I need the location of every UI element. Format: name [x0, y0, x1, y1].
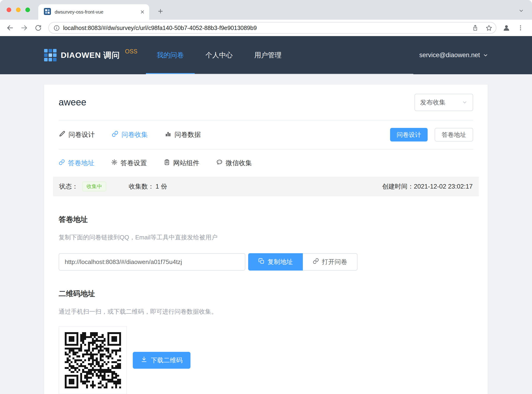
- tab-list-chevron-icon[interactable]: [516, 6, 526, 16]
- browser-tab-strip: dwsurvey-oss-front-vue: [0, 0, 532, 20]
- subtab-answer-address[interactable]: 答卷地址: [59, 159, 94, 167]
- answer-link-row: 复制地址 打开问卷: [59, 253, 473, 270]
- survey-title: aweee: [59, 97, 86, 108]
- app-header: DIAOWEN 调问 OSS 我的问卷 个人中心 用户管理 service@di…: [0, 36, 532, 74]
- page-info-icon[interactable]: [53, 25, 60, 31]
- download-qrcode-button[interactable]: 下载二维码: [133, 352, 191, 369]
- status-label: 状态：: [59, 182, 78, 191]
- header-actions: 问卷设计 答卷地址: [390, 128, 473, 141]
- profile-avatar-icon[interactable]: [500, 21, 513, 34]
- subtab-site-widget[interactable]: 网站组件: [164, 159, 199, 167]
- collect-subtabs: 答卷地址 答卷设置 网站组件: [59, 149, 473, 177]
- answer-link-input[interactable]: [59, 253, 245, 270]
- chevron-down-icon: [483, 52, 488, 58]
- url-text: localhost:8083/#/dw/survey/c/url/c98fa14…: [63, 25, 467, 31]
- pencil-icon: [59, 130, 65, 139]
- collect-count-label: 收集数：: [129, 182, 154, 191]
- nav-item-personal-center[interactable]: 个人中心: [195, 36, 244, 74]
- fullscreen-window-button[interactable]: [25, 7, 30, 12]
- qrcode-row: 下载二维码: [59, 326, 473, 394]
- subtab-wechat-collect[interactable]: 微信收集: [216, 159, 252, 167]
- answer-address-description: 复制下面的问卷链接到QQ，Email等工具中直接发给被用户: [59, 233, 473, 242]
- bar-chart-icon: [165, 130, 171, 139]
- browser-toolbar: localhost:8083/#/dw/survey/c/url/c98fa14…: [0, 20, 532, 36]
- qr-code-image: [65, 332, 121, 388]
- tab-favicon-icon: [44, 8, 51, 16]
- answer-address-heading: 答卷地址: [59, 215, 473, 224]
- created-time-value: 2021-12-02 23:02:17: [414, 183, 473, 190]
- survey-card: aweee 发布收集 问卷设计: [44, 85, 488, 394]
- created-time: 创建时间：2021-12-02 23:02:17: [382, 182, 473, 191]
- status-bar: 状态： 收集中 收集数： 1 份 创建时间：2021-12-02 23:02:1…: [53, 177, 479, 196]
- close-window-button[interactable]: [7, 7, 11, 12]
- survey-design-button[interactable]: 问卷设计: [390, 128, 428, 141]
- nav-item-user-management[interactable]: 用户管理: [244, 36, 292, 74]
- status-badge: 收集中: [82, 181, 106, 191]
- back-button[interactable]: [4, 21, 16, 34]
- survey-tabs: 问卷设计 问卷收集 问卷数据 问卷设计 答卷地址: [59, 120, 473, 149]
- open-survey-button[interactable]: 打开问卷: [303, 253, 357, 270]
- link-button-group: 复制地址 打开问卷: [248, 253, 357, 270]
- window-controls: [7, 0, 30, 20]
- link-icon: [59, 159, 65, 167]
- forward-button[interactable]: [18, 21, 31, 34]
- brand: DIAOWEN 调问 OSS: [44, 49, 138, 61]
- tab-survey-data[interactable]: 问卷数据: [165, 130, 201, 139]
- bookmark-star-icon[interactable]: [484, 23, 494, 33]
- tab-title: dwsurvey-oss-front-vue: [55, 9, 136, 15]
- gear-icon: [111, 159, 117, 167]
- tab-close-icon[interactable]: [140, 9, 145, 15]
- chevron-down-icon: [462, 99, 468, 105]
- tab-survey-design[interactable]: 问卷设计: [59, 130, 95, 139]
- tab-survey-collect[interactable]: 问卷收集: [112, 130, 148, 139]
- brand-badge: OSS: [125, 48, 138, 55]
- browser-tab[interactable]: dwsurvey-oss-front-vue: [38, 4, 149, 20]
- publish-collect-value: 发布收集: [420, 98, 446, 107]
- collect-count-value: 1 份: [155, 182, 167, 191]
- card-head: aweee 发布收集: [59, 85, 473, 120]
- answer-address-button[interactable]: 答卷地址: [435, 128, 473, 141]
- copy-address-button[interactable]: 复制地址: [248, 253, 303, 270]
- address-bar[interactable]: localhost:8083/#/dw/survey/c/url/c98fa14…: [48, 22, 496, 34]
- browser-window: dwsurvey-oss-front-vue localhost:8083/#/…: [0, 0, 532, 394]
- link-icon: [313, 258, 319, 266]
- reload-button[interactable]: [32, 21, 45, 34]
- qrcode-description: 通过手机扫一扫，或下载二维码，即可进行问卷数据收集。: [59, 308, 473, 316]
- clipboard-icon: [164, 159, 170, 167]
- page-body: aweee 发布收集 问卷设计: [0, 74, 532, 394]
- account-menu[interactable]: service@diaowen.net: [419, 52, 488, 59]
- chat-bubble-icon: [216, 159, 223, 167]
- nav-item-my-surveys[interactable]: 我的问卷: [146, 36, 195, 74]
- brand-name: DIAOWEN 调问: [61, 50, 120, 61]
- qrcode-heading: 二维码地址: [59, 289, 473, 299]
- subtab-answer-settings[interactable]: 答卷设置: [111, 159, 147, 167]
- qr-code-box: [59, 326, 127, 394]
- download-icon: [141, 356, 147, 364]
- nav-underline: [146, 74, 413, 74]
- copy-icon: [258, 258, 265, 266]
- brand-logo-icon: [44, 49, 57, 61]
- minimize-window-button[interactable]: [16, 7, 21, 12]
- created-time-label: 创建时间：: [382, 183, 414, 190]
- new-tab-button[interactable]: [155, 6, 166, 16]
- browser-menu-icon[interactable]: [514, 21, 527, 34]
- publish-collect-select[interactable]: 发布收集: [415, 94, 473, 111]
- link-icon: [112, 130, 118, 139]
- account-email: service@diaowen.net: [419, 52, 480, 59]
- main-nav: 我的问卷 个人中心 用户管理: [146, 36, 292, 74]
- share-icon[interactable]: [470, 23, 480, 33]
